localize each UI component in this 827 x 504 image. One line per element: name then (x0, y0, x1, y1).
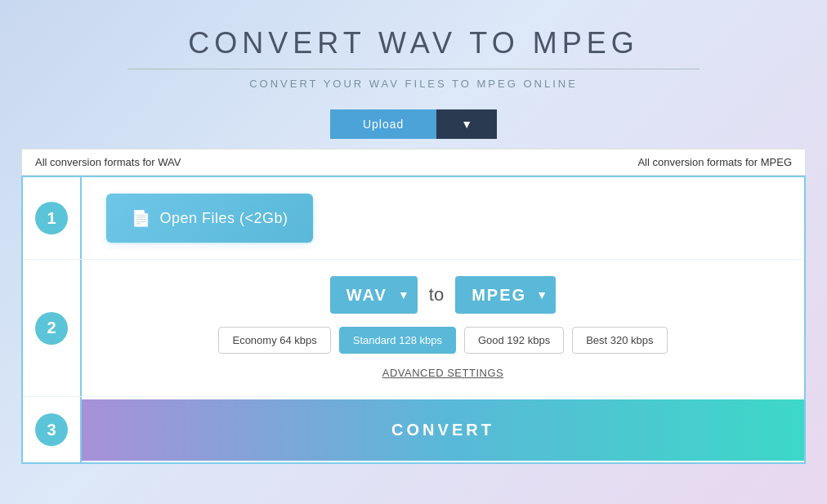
upload-dropdown-button[interactable]: ▼ (436, 109, 497, 139)
to-format-wrapper: MPEG ▼ (455, 276, 556, 314)
upload-button[interactable]: Upload (330, 109, 436, 139)
quality-good-button[interactable]: Good 192 kbps (464, 327, 564, 354)
subtitle: CONVERT YOUR WAV FILES TO MPEG ONLINE (16, 78, 811, 90)
step-1-row: 1 📄 Open Files (<2Gb) (23, 177, 804, 260)
file-icon: 📄 (131, 208, 152, 228)
step-1-number-col: 1 (23, 177, 80, 259)
open-files-button[interactable]: 📄 Open Files (<2Gb) (106, 194, 313, 243)
step-2-row: 2 WAV ▼ to MPEG ▼ (23, 260, 804, 397)
quality-best-button[interactable]: Best 320 kbps (572, 327, 667, 354)
page-wrapper: CONVERT WAV TO MPEG CONVERT YOUR WAV FIL… (0, 0, 827, 504)
wav-formats-link[interactable]: All conversion formats for WAV (35, 156, 181, 168)
header: CONVERT WAV TO MPEG CONVERT YOUR WAV FIL… (0, 0, 827, 98)
step-1-content: 📄 Open Files (<2Gb) (80, 177, 804, 259)
to-label: to (429, 284, 444, 306)
step-3-number-col: 3 (23, 397, 80, 462)
to-format-dropdown[interactable]: MPEG (455, 276, 556, 314)
quality-economy-button[interactable]: Economy 64 kbps (218, 327, 330, 354)
quality-standard-button[interactable]: Standard 128 kbps (339, 327, 456, 354)
step-3-content: CONVERT (80, 397, 804, 462)
step-2-number-col: 2 (23, 260, 80, 396)
mpeg-formats-link[interactable]: All conversion formats for MPEG (637, 156, 792, 168)
from-format-dropdown[interactable]: WAV (330, 276, 418, 314)
step-2-circle: 2 (35, 312, 68, 345)
page-title: CONVERT WAV TO MPEG (16, 26, 811, 60)
step-3-circle: 3 (35, 413, 68, 446)
advanced-settings-link: ADVANCED SETTINGS (106, 365, 780, 380)
format-selection-row: WAV ▼ to MPEG ▼ (106, 276, 780, 314)
upload-row: Upload ▼ (330, 109, 497, 139)
convert-button[interactable]: CONVERT (82, 399, 804, 461)
step-1-circle: 1 (35, 202, 68, 234)
formats-bar: All conversion formats for WAV All conve… (21, 149, 806, 176)
step-3-row: 3 CONVERT (23, 397, 804, 462)
from-format-wrapper: WAV ▼ (330, 276, 418, 314)
advanced-settings-anchor[interactable]: ADVANCED SETTINGS (382, 367, 503, 379)
quality-options: Economy 64 kbps Standard 128 kbps Good 1… (106, 327, 780, 354)
main-content: 1 📄 Open Files (<2Gb) 2 (21, 176, 806, 464)
step-2-content: WAV ▼ to MPEG ▼ Economy 64 kbps Standard… (80, 260, 804, 396)
header-divider (127, 69, 700, 69)
